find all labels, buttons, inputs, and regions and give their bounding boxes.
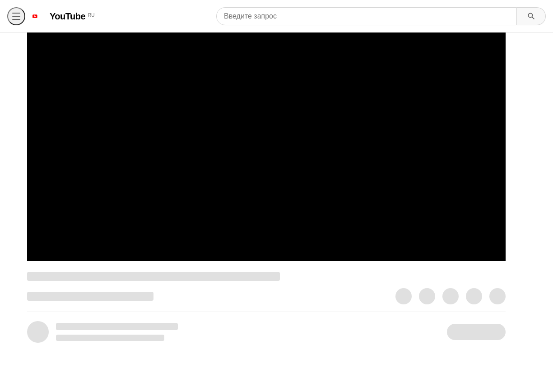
logo-text: YouTube [50, 12, 85, 21]
skeleton-avatar [27, 321, 49, 343]
skeleton-action-dot-1 [395, 288, 412, 304]
skeleton-title [27, 272, 280, 281]
header: YouTube RU [0, 0, 553, 33]
skeleton-subtitle [27, 292, 153, 301]
title-row [27, 272, 506, 286]
skeleton-subscribe-button [447, 324, 506, 340]
subtitle-row [27, 288, 506, 304]
divider [27, 312, 506, 312]
search-input[interactable] [217, 8, 516, 25]
channel-text [56, 323, 178, 341]
video-player[interactable] [27, 33, 506, 261]
search-button[interactable] [517, 7, 546, 25]
channel-left [27, 321, 178, 343]
search-icon [527, 12, 536, 21]
search-container [216, 7, 546, 25]
youtube-icon [33, 11, 48, 22]
logo-locale: RU [88, 13, 94, 18]
channel-row [27, 321, 506, 343]
skeleton-action-dot-4 [466, 288, 482, 304]
skeleton-action-dot-3 [442, 288, 459, 304]
action-dots-row [395, 288, 506, 304]
logo-link[interactable]: YouTube RU [33, 11, 95, 22]
skeleton-channel-name [56, 323, 178, 330]
skeleton-action-dot-2 [419, 288, 435, 304]
menu-button[interactable] [7, 7, 25, 25]
main-content [0, 33, 553, 343]
video-info-skeleton [27, 272, 506, 304]
skeleton-action-dot-5 [489, 288, 506, 304]
search-bar [216, 7, 517, 25]
skeleton-channel-sub [56, 335, 164, 341]
